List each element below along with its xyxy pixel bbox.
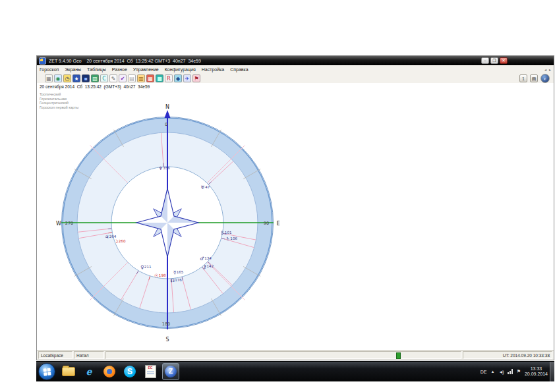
taskbar-item-zet[interactable]: Z (162, 363, 179, 380)
tool-bar: ▦◉◷★▪▧C✎✔▤▥▦■R◆✈⚑ (37, 73, 554, 84)
status-bar: LocalSpace Натал UT: 2014.09.20 10:33:38 (37, 350, 554, 360)
status-chart-name: Натал (74, 351, 104, 359)
degree-label-0: 0 (165, 122, 167, 127)
firefox-icon (103, 366, 115, 378)
degree-label-180: 180 (162, 322, 170, 327)
print-button[interactable]: ▤ (530, 74, 538, 82)
text-editor-icon: EC (145, 365, 156, 378)
edit-icon[interactable]: ✎ (109, 74, 117, 82)
calendar-icon[interactable]: ▦ (45, 74, 53, 82)
events-icon[interactable]: ⚑ (192, 74, 200, 82)
status-universal-time: UT: 2014.09.20 10:33:38 (463, 351, 552, 359)
menu-item[interactable]: Экраны (65, 67, 81, 72)
cycles-icon[interactable]: C (100, 74, 108, 82)
document-icon[interactable]: ▤ (128, 74, 136, 82)
globe-icon[interactable]: ◉ (54, 74, 62, 82)
system-tray: DE ▲ ◄) ⚑ 13:33 20.09.2014 (481, 362, 548, 381)
single-window-button[interactable]: 1 (519, 74, 527, 82)
menu-item[interactable]: Разное (112, 67, 127, 72)
degree-label-270: 270 (65, 221, 73, 226)
degree-label-90: 90 (264, 221, 269, 226)
menu-item[interactable]: Таблицы (87, 67, 106, 72)
taskbar: eSECZ DE ▲ ◄) ⚑ 13:33 20.09.2014 (36, 361, 554, 381)
status-green-indicator (396, 352, 401, 359)
globe-button[interactable]: ◐ (540, 74, 550, 83)
forward-icon[interactable]: ▸ (549, 67, 551, 72)
network-icon[interactable] (508, 369, 513, 374)
map-icon[interactable]: ▧ (91, 74, 99, 82)
taskbar-item-firefox[interactable] (101, 363, 118, 380)
tool-bar-right: 1▤◐ (519, 74, 550, 83)
window-controls: – ❐ ✕ (481, 57, 508, 64)
desktop: { "window": { "title": "ZET 9.4.90 Geo 2… (0, 0, 555, 392)
sky-map-icon[interactable]: ▪ (82, 74, 90, 82)
zet-window: ZET 9.4.90 Geo 20 сентября 2014 Сб 13:25… (36, 55, 554, 360)
cardinal-label-n: N (165, 104, 169, 110)
panel-icon[interactable]: ■ (156, 74, 163, 82)
transit-icon[interactable]: ✈ (183, 74, 191, 82)
title-bar[interactable]: ZET 9.4.90 Geo 20 сентября 2014 Сб 13:25… (37, 56, 554, 65)
menu-item[interactable]: Конфигурация (165, 67, 196, 72)
minimize-button[interactable]: – (481, 57, 489, 64)
north-arrow-icon (165, 110, 171, 118)
clock-icon[interactable]: ◷ (63, 74, 71, 82)
chart-datetime: 20 сентября 2014 Сб 13:25:42 (GMT+3) 40n… (40, 84, 150, 89)
tray-date: 20.09.2014 (525, 372, 548, 377)
cardinal-label-w: W (56, 221, 61, 227)
taskbar-item-explorer[interactable] (60, 363, 77, 380)
aspects-icon[interactable]: ✔ (119, 74, 127, 82)
start-button[interactable] (38, 363, 55, 380)
action-center-flag-icon[interactable]: ⚑ (517, 369, 521, 374)
maximize-button[interactable]: ❐ (490, 57, 498, 64)
menu-item[interactable]: Гороскоп (40, 67, 59, 72)
table-icon[interactable]: ▥ (137, 74, 145, 82)
app-icon (39, 57, 46, 65)
stars-icon[interactable]: ◆ (174, 74, 182, 82)
internet-explorer-icon: e (86, 366, 92, 377)
zet-app-icon: Z (165, 366, 177, 378)
status-chart-type: LocalSpace (38, 351, 73, 359)
grid-icon[interactable]: ▦ (146, 74, 154, 82)
language-indicator[interactable]: DE (481, 370, 487, 374)
show-desktop-button[interactable] (550, 362, 554, 381)
menu-item[interactable]: Справка (230, 67, 248, 72)
taskbar-item-internet-explorer[interactable]: e (80, 363, 98, 380)
local-space-chart-container: NESW090180270♆356♅47♇101♄106♂134⚷142☿165… (42, 98, 293, 348)
close-button[interactable]: ✕ (500, 57, 508, 64)
folder-icon (62, 367, 75, 376)
windows-logo-icon (43, 368, 51, 376)
back-icon[interactable]: ◂ (544, 67, 546, 72)
chart-icon[interactable]: ★ (73, 74, 80, 82)
chart-client-area: 20 сентября 2014 Сб 13:25:42 (GMT+3) 40n… (37, 83, 554, 350)
local-space-chart: NESW090180270♆356♅47♇101♄106♂134⚷142☿165… (42, 98, 293, 348)
skype-icon: S (124, 366, 136, 378)
cardinal-label-s: S (165, 337, 169, 343)
status-middle-panel (105, 351, 461, 359)
menu-item[interactable]: Настройка (202, 67, 224, 72)
rectify-icon[interactable]: R (165, 74, 173, 82)
volume-icon[interactable]: ◄) (498, 370, 503, 374)
window-title: ZET 9.4.90 Geo 20 сентября 2014 Сб 13:25… (49, 59, 201, 63)
taskbar-item-skype[interactable]: S (121, 363, 138, 380)
menu-item[interactable]: Управление (133, 67, 159, 72)
menu-right-icons: ◂▸ (544, 67, 551, 72)
tray-time: 13:33 (525, 366, 548, 372)
hidden-icons-button[interactable]: ▲ (490, 370, 494, 374)
taskbar-item-text-editor[interactable]: EC (142, 363, 159, 380)
tray-clock[interactable]: 13:33 20.09.2014 (525, 366, 548, 377)
cardinal-label-e: E (276, 221, 279, 227)
